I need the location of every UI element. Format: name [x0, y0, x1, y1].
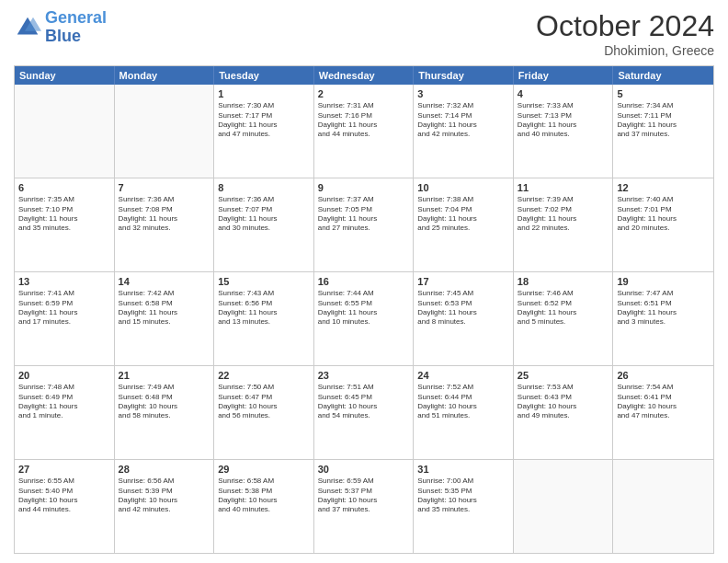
- page: General Blue October 2024 Dhokimion, Gre…: [0, 0, 728, 563]
- daylight-text: Daylight: 11 hours: [18, 308, 110, 317]
- sunset-text: Sunset: 5:38 PM: [218, 487, 310, 496]
- day-cell: 26Sunrise: 7:54 AMSunset: 6:41 PMDayligh…: [613, 366, 713, 459]
- sunset-text: Sunset: 6:45 PM: [318, 393, 410, 402]
- daylight-text: Daylight: 10 hours: [119, 496, 210, 505]
- sunrise-text: Sunrise: 7:46 AM: [518, 289, 609, 298]
- sunrise-text: Sunrise: 7:38 AM: [417, 195, 509, 204]
- day-cell: 19Sunrise: 7:47 AMSunset: 6:51 PMDayligh…: [613, 272, 713, 365]
- sunset-text: Sunset: 6:41 PM: [617, 393, 710, 402]
- sunset-text: Sunset: 7:10 PM: [18, 205, 110, 214]
- day-number: 28: [119, 463, 210, 476]
- sunset-text: Sunset: 7:14 PM: [417, 111, 509, 121]
- sunrise-text: Sunrise: 7:50 AM: [218, 383, 310, 392]
- daylight-minutes-text: and 20 minutes.: [617, 224, 710, 233]
- day-cell: 8Sunrise: 7:36 AMSunset: 7:07 PMDaylight…: [214, 178, 314, 271]
- sunset-text: Sunset: 5:40 PM: [18, 487, 110, 496]
- daylight-minutes-text: and 49 minutes.: [518, 411, 609, 420]
- empty-cell: [115, 85, 215, 178]
- empty-cell: [613, 460, 713, 553]
- sunrise-text: Sunrise: 7:00 AM: [417, 477, 509, 486]
- daylight-minutes-text: and 22 minutes.: [518, 224, 609, 233]
- sunset-text: Sunset: 7:16 PM: [318, 111, 410, 121]
- sunrise-text: Sunrise: 7:40 AM: [617, 195, 710, 204]
- daylight-text: Daylight: 11 hours: [617, 214, 710, 224]
- daylight-minutes-text: and 37 minutes.: [617, 130, 710, 139]
- sunset-text: Sunset: 7:01 PM: [617, 205, 710, 214]
- sunrise-text: Sunrise: 7:53 AM: [518, 383, 609, 392]
- day-cell: 20Sunrise: 7:48 AMSunset: 6:49 PMDayligh…: [15, 366, 115, 459]
- daylight-text: Daylight: 10 hours: [18, 496, 110, 505]
- daylight-text: Daylight: 11 hours: [417, 308, 509, 317]
- daylight-text: Daylight: 11 hours: [518, 308, 609, 317]
- daylight-minutes-text: and 54 minutes.: [318, 411, 410, 420]
- daylight-text: Daylight: 11 hours: [218, 121, 310, 130]
- sunset-text: Sunset: 6:43 PM: [518, 393, 609, 402]
- daylight-text: Daylight: 11 hours: [218, 214, 310, 224]
- day-cell: 21Sunrise: 7:49 AMSunset: 6:48 PMDayligh…: [115, 366, 215, 459]
- day-cell: 13Sunrise: 7:41 AMSunset: 6:59 PMDayligh…: [15, 272, 115, 365]
- day-number: 7: [119, 181, 210, 194]
- daylight-minutes-text: and 44 minutes.: [18, 505, 110, 514]
- day-number: 15: [218, 275, 310, 288]
- sunset-text: Sunset: 7:04 PM: [417, 205, 509, 214]
- sunrise-text: Sunrise: 7:32 AM: [417, 101, 509, 110]
- daylight-text: Daylight: 10 hours: [218, 402, 310, 411]
- daylight-text: Daylight: 11 hours: [417, 214, 509, 224]
- day-cell: 23Sunrise: 7:51 AMSunset: 6:45 PMDayligh…: [314, 366, 415, 459]
- day-number: 1: [218, 87, 310, 100]
- sunrise-text: Sunrise: 6:58 AM: [218, 477, 310, 486]
- daylight-minutes-text: and 42 minutes.: [119, 505, 210, 514]
- sunset-text: Sunset: 6:53 PM: [417, 299, 509, 308]
- sunset-text: Sunset: 5:37 PM: [318, 487, 410, 496]
- day-cell: 14Sunrise: 7:42 AMSunset: 6:58 PMDayligh…: [115, 272, 215, 365]
- day-number: 11: [518, 181, 609, 194]
- daylight-text: Daylight: 11 hours: [18, 214, 110, 224]
- daylight-text: Daylight: 11 hours: [617, 121, 710, 130]
- day-number: 4: [518, 87, 609, 100]
- day-cell: 6Sunrise: 7:35 AMSunset: 7:10 PMDaylight…: [15, 178, 115, 271]
- daylight-minutes-text: and 42 minutes.: [417, 130, 509, 139]
- sunrise-text: Sunrise: 7:33 AM: [518, 101, 609, 110]
- day-number: 18: [518, 275, 609, 288]
- sunset-text: Sunset: 5:39 PM: [119, 487, 210, 496]
- day-cell: 16Sunrise: 7:44 AMSunset: 6:55 PMDayligh…: [314, 272, 415, 365]
- calendar: SundayMondayTuesdayWednesdayThursdayFrid…: [14, 65, 714, 554]
- sunrise-text: Sunrise: 7:36 AM: [218, 195, 310, 204]
- daylight-text: Daylight: 11 hours: [518, 214, 609, 224]
- daylight-minutes-text: and 5 minutes.: [518, 317, 609, 327]
- daylight-text: Daylight: 11 hours: [617, 308, 710, 317]
- calendar-header: SundayMondayTuesdayWednesdayThursdayFrid…: [15, 66, 713, 85]
- daylight-text: Daylight: 10 hours: [318, 402, 410, 411]
- daylight-text: Daylight: 11 hours: [518, 121, 609, 130]
- sunset-text: Sunset: 6:47 PM: [218, 393, 310, 402]
- day-cell: 12Sunrise: 7:40 AMSunset: 7:01 PMDayligh…: [613, 178, 713, 271]
- day-number: 3: [417, 87, 509, 100]
- empty-cell: [15, 85, 115, 178]
- weekday-header: Thursday: [414, 66, 514, 85]
- day-cell: 5Sunrise: 7:34 AMSunset: 7:11 PMDaylight…: [613, 85, 713, 178]
- daylight-text: Daylight: 11 hours: [318, 308, 410, 317]
- day-number: 25: [518, 369, 609, 382]
- daylight-minutes-text: and 40 minutes.: [518, 130, 609, 139]
- sunrise-text: Sunrise: 7:47 AM: [617, 289, 710, 298]
- day-number: 8: [218, 181, 310, 194]
- daylight-text: Daylight: 10 hours: [417, 496, 509, 505]
- location: Dhokimion, Greece: [536, 43, 714, 58]
- daylight-minutes-text: and 37 minutes.: [318, 505, 410, 514]
- daylight-minutes-text: and 13 minutes.: [218, 317, 310, 327]
- daylight-text: Daylight: 10 hours: [617, 402, 710, 411]
- day-cell: 11Sunrise: 7:39 AMSunset: 7:02 PMDayligh…: [514, 178, 614, 271]
- sunrise-text: Sunrise: 6:59 AM: [318, 477, 410, 486]
- day-number: 16: [318, 275, 410, 288]
- daylight-minutes-text: and 35 minutes.: [18, 224, 110, 233]
- day-cell: 17Sunrise: 7:45 AMSunset: 6:53 PMDayligh…: [414, 272, 514, 365]
- daylight-text: Daylight: 10 hours: [417, 402, 509, 411]
- daylight-text: Daylight: 11 hours: [318, 121, 410, 130]
- day-cell: 10Sunrise: 7:38 AMSunset: 7:04 PMDayligh…: [414, 178, 514, 271]
- daylight-text: Daylight: 11 hours: [318, 214, 410, 224]
- day-cell: 22Sunrise: 7:50 AMSunset: 6:47 PMDayligh…: [214, 366, 314, 459]
- daylight-minutes-text: and 47 minutes.: [617, 411, 710, 420]
- daylight-minutes-text: and 44 minutes.: [318, 130, 410, 139]
- day-number: 19: [617, 275, 710, 288]
- daylight-text: Daylight: 10 hours: [518, 402, 609, 411]
